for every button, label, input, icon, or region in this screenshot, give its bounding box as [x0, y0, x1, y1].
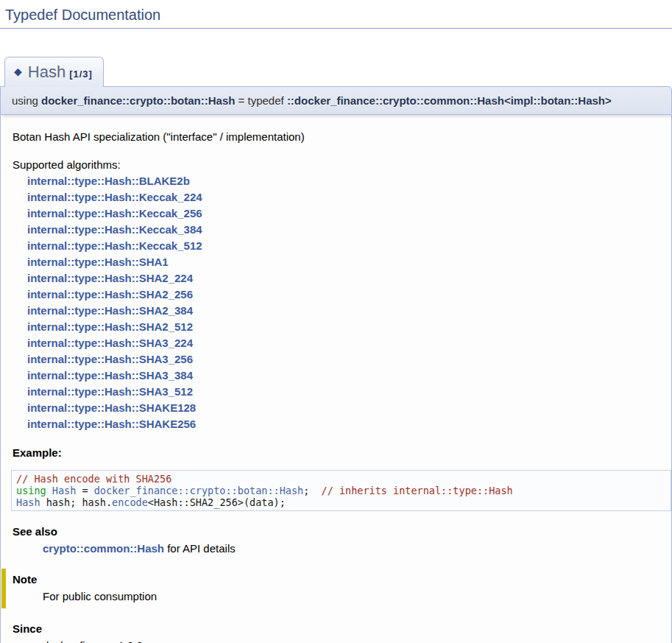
- example-section: Example: // Hash encode with SHA256using…: [13, 445, 659, 511]
- algorithm-link[interactable]: internal::type::Hash::SHA2_256: [27, 287, 659, 303]
- code-token: // Hash encode with SHA256: [16, 473, 171, 485]
- since-text: docker-finance 1.0.0: [43, 638, 659, 643]
- declaration-type-link[interactable]: ::docker_finance::crypto::common::Hash<i…: [287, 94, 612, 107]
- example-code-block: // Hash encode with SHA256using Hash = d…: [11, 470, 671, 511]
- code-token: ;: [303, 485, 321, 496]
- member-item: ◆Hash[1/3] using docker_finance::crypto:…: [0, 57, 672, 643]
- algorithm-link[interactable]: internal::type::Hash::SHA3_512: [27, 384, 659, 400]
- code-link[interactable]: encode: [112, 496, 148, 508]
- example-label: Example:: [13, 445, 659, 460]
- algorithm-list: internal::type::Hash::BLAKE2binternal::t…: [13, 173, 659, 432]
- member-description: Botan Hash API specialization ("interfac…: [13, 129, 659, 145]
- see-also-section: See also crypto::common::Hash for API de…: [13, 524, 659, 556]
- member-overload-index: [1/3]: [69, 68, 93, 80]
- declaration-name: docker_finance::crypto::botan::Hash: [41, 94, 235, 107]
- algorithm-link[interactable]: internal::type::Hash::SHA2_224: [27, 270, 659, 287]
- code-line: Hash hash; hash.encode<Hash::SHA2_256>(d…: [16, 496, 666, 508]
- member-tab: ◆Hash[1/3]: [4, 57, 104, 87]
- algorithm-link[interactable]: internal::type::Hash::SHA3_256: [27, 351, 659, 368]
- algorithm-link[interactable]: internal::type::Hash::SHA2_512: [27, 319, 659, 335]
- algorithm-link[interactable]: internal::type::Hash::SHAKE128: [27, 400, 659, 416]
- page-title: Typedef Documentation: [0, 0, 672, 29]
- member-documentation: Botan Hash API specialization ("interfac…: [0, 115, 672, 643]
- note-text: For public consumption: [43, 588, 659, 604]
- code-token: using: [16, 485, 46, 496]
- code-token: // inherits internal::type::Hash: [322, 485, 513, 496]
- note-section: Note For public consumption: [1, 569, 659, 608]
- algorithm-link[interactable]: internal::type::Hash::BLAKE2b: [27, 173, 659, 189]
- algorithm-link[interactable]: internal::type::Hash::SHA2_384: [27, 303, 659, 319]
- code-token: <Hash::SHA2_256>(data);: [148, 496, 286, 508]
- code-line: // Hash encode with SHA256: [16, 473, 666, 485]
- declaration-equals: = typedef: [235, 94, 286, 107]
- code-link[interactable]: docker_finance::crypto::botan::Hash: [94, 485, 303, 496]
- see-also-link[interactable]: crypto::common::Hash: [43, 542, 164, 555]
- since-label: Since: [13, 621, 659, 636]
- member-declaration: using docker_finance::crypto::botan::Has…: [0, 86, 672, 115]
- see-also-text: for API details: [164, 542, 236, 555]
- algorithm-link[interactable]: internal::type::Hash::SHA1: [27, 254, 659, 270]
- code-token: hash; hash.: [40, 496, 113, 508]
- algorithm-link[interactable]: internal::type::Hash::SHA3_384: [27, 368, 659, 384]
- member-title: Hash: [28, 63, 66, 81]
- since-section: Since docker-finance 1.0.0: [13, 621, 659, 643]
- code-link[interactable]: Hash: [52, 485, 77, 496]
- code-link[interactable]: Hash: [16, 496, 40, 508]
- code-token: =: [76, 485, 93, 496]
- algorithm-link[interactable]: internal::type::Hash::SHA3_224: [27, 335, 659, 351]
- declaration-keyword: using: [12, 94, 41, 107]
- algorithm-link[interactable]: internal::type::Hash::Keccak_224: [27, 189, 659, 205]
- code-token: [46, 485, 52, 496]
- permalink-diamond-icon[interactable]: ◆: [14, 66, 22, 77]
- algorithm-link[interactable]: internal::type::Hash::Keccak_384: [27, 222, 659, 238]
- code-line: using Hash = docker_finance::crypto::bot…: [16, 485, 666, 496]
- algorithm-link[interactable]: internal::type::Hash::Keccak_512: [27, 238, 659, 254]
- algorithm-link[interactable]: internal::type::Hash::Keccak_256: [27, 205, 659, 222]
- see-also-label: See also: [13, 524, 659, 539]
- algorithm-link[interactable]: internal::type::Hash::SHAKE256: [27, 416, 659, 432]
- see-also-body: crypto::common::Hash for API details: [43, 541, 659, 556]
- note-label: Note: [13, 572, 659, 587]
- supported-algorithms-label: Supported algorithms:: [13, 157, 659, 173]
